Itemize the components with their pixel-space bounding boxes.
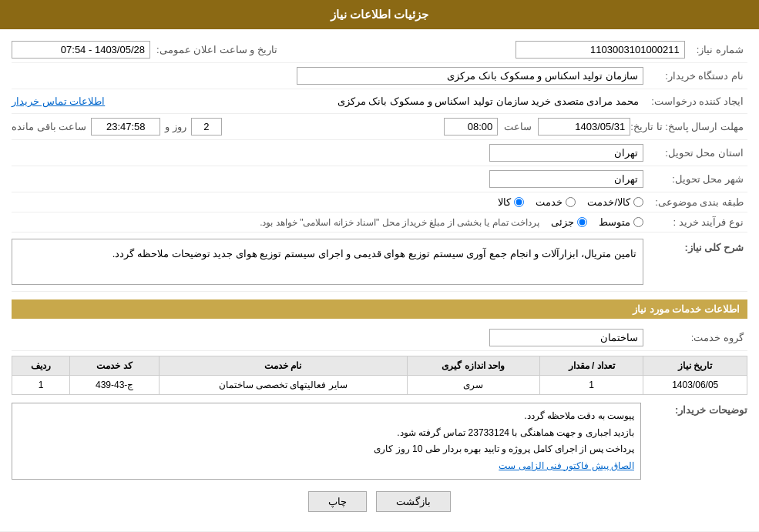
purchase-type-label: نوع فرآیند خرید : (643, 216, 744, 228)
deadline-remaining: 23:47:58 (91, 118, 160, 136)
radio-kala-khadamat[interactable]: کالا/خدمت (587, 196, 643, 208)
buyer-notes-section: توضیحات خریدار: پیوست به دقت ملاحظه گردد… (12, 403, 747, 480)
city-value: تهران (489, 170, 643, 188)
radio-kala-label: کالا (498, 196, 511, 208)
col-row-num: ردیف (12, 356, 70, 376)
datetime-value: 1403/05/28 - 07:54 (12, 41, 150, 59)
deadline-label: مهلت ارسال پاسخ: تا تاریخ: (630, 121, 744, 132)
need-number-value: 1103003101000211 (516, 41, 685, 59)
cell-need-date: 1403/06/05 (643, 376, 747, 395)
creator-link[interactable]: اطلاعات تماس خریدار (12, 95, 105, 107)
services-section: اطلاعات خدمات مورد نیاز گروه خدمت: ساختم… (12, 299, 747, 395)
cell-service-code: ج-43-439 (70, 376, 160, 395)
category-label: طبقه بندی موضوعی: (643, 196, 744, 208)
deadline-days: 2 (191, 118, 222, 136)
cell-unit: سری (407, 376, 539, 395)
creator-label: ایجاد کننده درخواست: (643, 95, 744, 107)
deadline-time-label: ساعت (504, 121, 532, 132)
radio-jazei-label: جزئی (551, 216, 574, 228)
radio-mootasat[interactable]: متوسط (599, 216, 643, 228)
requester-org-value: سازمان تولید اسکناس و مسکوک بانک مرکزی (297, 67, 643, 85)
province-value: تهران (489, 144, 643, 162)
city-label: شهر محل تحویل: (643, 173, 744, 185)
col-quantity: تعداد / مقدار (539, 356, 643, 376)
col-need-date: تاریخ نیاز (643, 356, 747, 376)
deadline-remaining-label: ساعت باقی مانده (12, 121, 86, 132)
radio-mootasat-label: متوسط (599, 216, 630, 228)
col-service-name: نام خدمت (160, 356, 407, 376)
col-unit: واحد اندازه گیری (407, 356, 539, 376)
radio-jazei[interactable]: جزئی (551, 216, 587, 228)
buyer-notes-text: پیوست به دقت ملاحظه گردد. بازدید اجباری … (12, 403, 641, 480)
col-service-code: کد خدمت (70, 356, 160, 376)
action-buttons: بازگشت چاپ (12, 491, 747, 524)
service-group-label: گروه خدمت: (643, 332, 744, 343)
buyer-notes-label: توضیحات خریدار: (647, 403, 747, 416)
page-wrapper: جزئیات اطلاعات نیاز شماره نیاز: 11030031… (0, 0, 759, 531)
print-button[interactable]: چاپ (308, 491, 367, 512)
buyer-notes-link[interactable]: الصاق پیش فاکتور فنی الزامی ست (499, 460, 634, 471)
radio-kala-khadamat-label: کالا/خدمت (587, 196, 630, 208)
cell-service-name: سایر فعالیتهای تخصصی ساختمان (160, 376, 407, 395)
purchase-type-note: پرداخت تمام یا بخشی از مبلغ خریداز محل "… (260, 217, 539, 228)
table-row: 1403/06/05 1 سری سایر فعالیتهای تخصصی سا… (12, 376, 747, 395)
page-header: جزئیات اطلاعات نیاز (0, 0, 759, 29)
services-section-header: اطلاعات خدمات مورد نیاز (12, 299, 747, 319)
need-number-label: شماره نیاز: (697, 44, 744, 55)
radio-khadamat[interactable]: خدمت (536, 196, 576, 208)
deadline-days-label: روز و (165, 121, 186, 132)
services-table: تاریخ نیاز تعداد / مقدار واحد اندازه گیر… (12, 356, 747, 395)
description-label: شرح کلی نیاز: (643, 239, 744, 253)
requester-org-label: نام دستگاه خریدار: (643, 70, 744, 82)
main-content: شماره نیاز: 1103003101000211 تاریخ و ساع… (0, 29, 759, 531)
province-label: استان محل تحویل: (643, 147, 744, 159)
deadline-time: 08:00 (444, 118, 498, 136)
page-title: جزئیات اطلاعات نیاز (331, 8, 428, 21)
datetime-label: تاریخ و ساعت اعلان عمومی: (156, 44, 277, 55)
service-group-value: ساختمان (489, 329, 643, 346)
description-text: تامین متریال، ابزارآلات و انجام جمع آوری… (12, 239, 643, 285)
creator-name: محمد مرادی متصدی خرید سازمان تولید اسکنا… (113, 93, 643, 109)
radio-khadamat-label: خدمت (536, 196, 563, 208)
cell-row-num: 1 (12, 376, 70, 395)
back-button[interactable]: بازگشت (376, 491, 451, 512)
deadline-date: 1403/05/31 (538, 118, 630, 136)
radio-kala[interactable]: کالا (498, 196, 524, 208)
cell-quantity: 1 (539, 376, 643, 395)
